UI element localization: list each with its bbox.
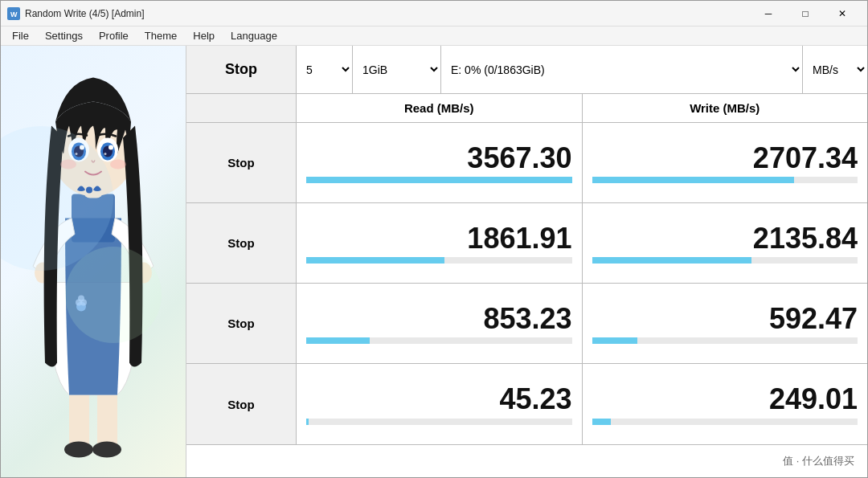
minimize-button[interactable]: ─ xyxy=(750,1,787,27)
read-value-0: 3567.30 xyxy=(467,142,571,174)
bottom-row: 值 · 什么值得买 xyxy=(186,444,867,476)
control-selects: 5 1 3 1GiB 512MiB 2GiB E: 0% (0/1863GiB)… xyxy=(297,46,867,93)
read-cell-1: 1861.91 xyxy=(297,203,583,283)
header-spacer xyxy=(186,94,297,122)
read-bar-3 xyxy=(306,419,309,425)
menu-theme[interactable]: Theme xyxy=(137,28,185,43)
read-bar-container-2 xyxy=(306,337,572,344)
svg-text:W: W xyxy=(10,10,18,18)
read-bar-container-0 xyxy=(306,177,572,183)
watermark-text: 值 · 什么值得买 xyxy=(783,454,854,468)
count-select[interactable]: 5 1 3 xyxy=(297,46,353,93)
write-value-3: 249.01 xyxy=(769,383,858,415)
read-header: Read (MB/s) xyxy=(297,94,583,122)
bench-row-2: Stop 853.23 592.47 xyxy=(186,284,867,364)
maximize-button[interactable]: □ xyxy=(787,1,824,27)
read-value-2: 853.23 xyxy=(483,303,571,335)
write-cell-0: 2707.34 xyxy=(583,123,868,202)
read-cell-0: 3567.30 xyxy=(297,123,583,202)
read-bar-container-1 xyxy=(306,257,572,264)
title-bar: W Random Write (4/5) [Admin] ─ □ ✕ xyxy=(1,1,867,27)
svg-point-22 xyxy=(110,160,126,170)
write-header: Write (MB/s) xyxy=(583,94,868,122)
read-cell-3: 45.23 xyxy=(297,364,583,444)
benchmark-rows: Stop 3567.30 2707.34 Stop 1861.91 xyxy=(186,123,867,444)
menu-help[interactable]: Help xyxy=(185,28,223,43)
menu-profile[interactable]: Profile xyxy=(91,28,137,43)
read-value-3: 45.23 xyxy=(499,383,571,415)
unit-select[interactable]: MB/s GB/s xyxy=(803,46,867,93)
menu-bar: File Settings Profile Theme Help Languag… xyxy=(1,27,867,46)
write-bar-container-0 xyxy=(592,177,858,183)
close-button[interactable]: ✕ xyxy=(824,1,861,27)
write-bar-1 xyxy=(592,257,751,264)
read-bar-container-3 xyxy=(306,419,572,425)
menu-file[interactable]: File xyxy=(4,28,37,43)
anime-panel xyxy=(1,46,186,478)
write-bar-container-3 xyxy=(592,419,858,425)
svg-point-4 xyxy=(64,442,93,458)
write-cell-2: 592.47 xyxy=(583,284,868,363)
bench-row-0: Stop 3567.30 2707.34 xyxy=(186,123,867,203)
stop-button-3[interactable]: Stop xyxy=(186,364,297,444)
header-row: Read (MB/s) Write (MB/s) xyxy=(186,94,867,123)
title-bar-left: W Random Write (4/5) [Admin] xyxy=(7,7,145,20)
read-value-1: 1861.91 xyxy=(467,223,571,255)
drive-select[interactable]: E: 0% (0/1863GiB) xyxy=(441,46,803,93)
stop-button-2[interactable]: Stop xyxy=(186,284,297,363)
main-stop-button[interactable]: Stop xyxy=(186,46,297,93)
window-title: Random Write (4/5) [Admin] xyxy=(25,8,145,19)
write-bar-container-2 xyxy=(592,337,858,344)
benchmark-area: Stop 5 1 3 1GiB 512MiB 2GiB E: 0% (0/186… xyxy=(186,46,867,478)
read-cell-2: 853.23 xyxy=(297,284,583,363)
bg-decoration-2 xyxy=(65,247,162,343)
menu-settings[interactable]: Settings xyxy=(37,28,91,43)
main-content: Stop 5 1 3 1GiB 512MiB 2GiB E: 0% (0/186… xyxy=(1,46,867,478)
write-bar-container-1 xyxy=(592,257,858,264)
svg-point-19 xyxy=(108,145,113,150)
svg-point-5 xyxy=(92,442,121,458)
window-controls: ─ □ ✕ xyxy=(750,1,861,27)
read-bar-1 xyxy=(306,257,444,264)
bench-row-1: Stop 1861.91 2135.84 xyxy=(186,203,867,284)
write-bar-0 xyxy=(592,177,794,183)
read-bar-0 xyxy=(306,177,572,183)
app-icon: W xyxy=(7,7,20,20)
stop-button-1[interactable]: Stop xyxy=(186,203,297,283)
svg-point-20 xyxy=(104,153,107,155)
read-bar-2 xyxy=(306,337,370,344)
write-cell-3: 249.01 xyxy=(583,364,868,444)
control-row: Stop 5 1 3 1GiB 512MiB 2GiB E: 0% (0/186… xyxy=(186,46,867,94)
stop-button-0[interactable]: Stop xyxy=(186,123,297,202)
size-select[interactable]: 1GiB 512MiB 2GiB xyxy=(353,46,441,93)
write-bar-2 xyxy=(592,337,637,344)
write-bar-3 xyxy=(592,419,611,425)
menu-language[interactable]: Language xyxy=(223,28,285,43)
write-cell-1: 2135.84 xyxy=(583,203,868,283)
write-value-0: 2707.34 xyxy=(753,142,858,174)
bench-row-3: Stop 45.23 249.01 xyxy=(186,364,867,444)
write-value-1: 2135.84 xyxy=(753,223,858,255)
write-value-2: 592.47 xyxy=(769,303,858,335)
